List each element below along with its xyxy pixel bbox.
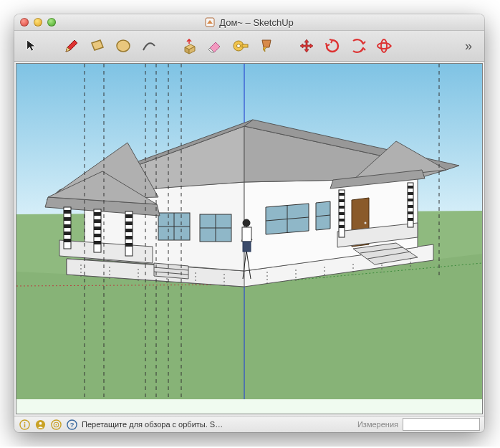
rotate-tool[interactable]: [321, 34, 344, 57]
svg-point-1: [117, 40, 130, 52]
viewport-3d[interactable]: [16, 63, 483, 414]
svg-rect-60: [64, 224, 71, 228]
status-info-icon[interactable]: [19, 419, 30, 430]
rectangle-tool[interactable]: [86, 34, 109, 57]
svg-rect-65: [94, 227, 101, 230]
svg-rect-83: [339, 212, 345, 215]
svg-rect-104: [243, 242, 251, 252]
window-title-text: Дом~ – SketchUp: [219, 17, 294, 28]
arc-tool[interactable]: [138, 34, 160, 57]
scale-tool[interactable]: [347, 34, 370, 57]
svg-rect-89: [408, 205, 413, 208]
svg-rect-59: [64, 217, 71, 221]
svg-rect-86: [408, 186, 413, 189]
circle-icon: [115, 37, 132, 54]
close-button[interactable]: [20, 18, 29, 27]
svg-point-112: [55, 424, 57, 425]
eraser-icon: [206, 37, 223, 54]
status-person-icon[interactable]: [34, 419, 46, 430]
svg-rect-58: [64, 210, 71, 214]
move-tool[interactable]: [295, 34, 318, 57]
arc-icon: [140, 37, 158, 54]
svg-rect-90: [408, 211, 413, 214]
svg-point-3: [237, 44, 241, 48]
svg-rect-84: [339, 219, 345, 221]
paint-tool[interactable]: [255, 34, 278, 57]
svg-point-106: [24, 421, 25, 423]
svg-rect-0: [206, 18, 214, 27]
eraser-tool[interactable]: [203, 34, 226, 57]
svg-rect-62: [64, 239, 71, 242]
svg-point-5: [378, 43, 390, 49]
svg-rect-81: [339, 199, 345, 202]
status-help-icon[interactable]: ?: [66, 419, 77, 430]
svg-rect-71: [125, 236, 133, 239]
svg-point-41: [365, 222, 367, 224]
status-hint: Перетащите для обзора с орбиты. S…: [82, 420, 223, 429]
pushpull-tool[interactable]: [178, 34, 201, 57]
svg-rect-4: [242, 44, 248, 47]
svg-rect-68: [125, 214, 133, 218]
document-proxy-icon[interactable]: [205, 17, 215, 27]
zoom-button[interactable]: [47, 18, 56, 27]
toolbar: »: [14, 31, 484, 62]
tape-icon: [232, 37, 249, 54]
orbit-icon: [375, 37, 393, 54]
app-window: Дом~ – SketchUp: [14, 14, 484, 432]
titlebar[interactable]: Дом~ – SketchUp: [14, 14, 484, 31]
svg-rect-64: [94, 219, 101, 223]
svg-rect-103: [242, 227, 251, 242]
svg-rect-91: [408, 218, 413, 221]
svg-rect-66: [94, 234, 101, 237]
svg-rect-57: [125, 211, 133, 256]
tape-tool[interactable]: [229, 34, 252, 57]
status-target-icon[interactable]: [50, 419, 62, 430]
svg-rect-87: [408, 192, 413, 195]
cursor-icon: [24, 38, 39, 54]
svg-rect-69: [125, 221, 133, 225]
svg-rect-61: [64, 232, 71, 235]
statusbar: ? Перетащите для обзора с орбиты. S… Изм…: [14, 416, 484, 432]
measurements-input[interactable]: [403, 418, 480, 431]
svg-rect-82: [339, 206, 345, 209]
pushpull-icon: [181, 37, 198, 54]
svg-point-102: [243, 219, 250, 227]
svg-rect-67: [94, 241, 101, 244]
rectangle-icon: [89, 37, 106, 54]
svg-rect-85: [339, 225, 345, 228]
svg-point-6: [381, 39, 387, 52]
svg-rect-88: [408, 199, 413, 201]
traffic-lights: [20, 18, 56, 27]
toolbar-overflow[interactable]: »: [458, 39, 479, 54]
pencil-tool[interactable]: [60, 34, 83, 57]
measurements-label: Измерения: [357, 420, 398, 429]
svg-rect-72: [125, 243, 133, 247]
minimize-button[interactable]: [34, 18, 42, 27]
move-icon: [298, 37, 315, 54]
svg-rect-70: [125, 229, 133, 232]
circle-tool[interactable]: [112, 34, 135, 57]
pencil-icon: [63, 37, 80, 54]
paint-icon: [258, 37, 275, 54]
svg-text:?: ?: [69, 421, 74, 429]
svg-marker-73: [154, 263, 188, 279]
rotate-icon: [324, 37, 341, 54]
orbit-tool[interactable]: [372, 34, 395, 57]
window-title: Дом~ – SketchUp: [14, 17, 484, 28]
svg-point-109: [39, 421, 42, 424]
select-tool[interactable]: [20, 34, 43, 57]
svg-rect-107: [24, 424, 25, 427]
svg-rect-80: [339, 193, 345, 196]
svg-rect-63: [94, 212, 101, 216]
scale-icon: [350, 37, 367, 54]
